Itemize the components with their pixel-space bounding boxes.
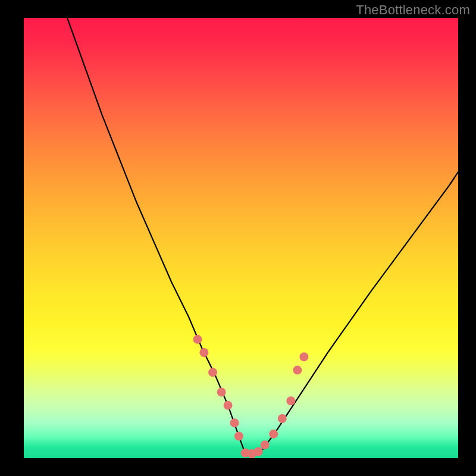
curve-dot [217,388,226,397]
plot-area [24,18,458,458]
curve-dot [230,418,239,427]
highlight-dots [193,335,309,458]
watermark-text: TheBottleneck.com [356,2,470,18]
bottleneck-curve [67,18,458,454]
curve-svg [24,18,458,458]
curve-dot [293,366,302,375]
curve-dot [299,352,308,361]
curve-dot [261,440,270,449]
curve-dot [278,414,287,423]
curve-dot [286,396,295,405]
curve-dot [234,432,243,441]
curve-dot [208,368,217,377]
curve-dot [269,430,278,439]
curve-dot [224,401,233,410]
curve-dot [254,447,263,456]
curve-dot [199,348,208,357]
chart-frame: TheBottleneck.com [0,0,476,476]
curve-dot [193,335,202,344]
